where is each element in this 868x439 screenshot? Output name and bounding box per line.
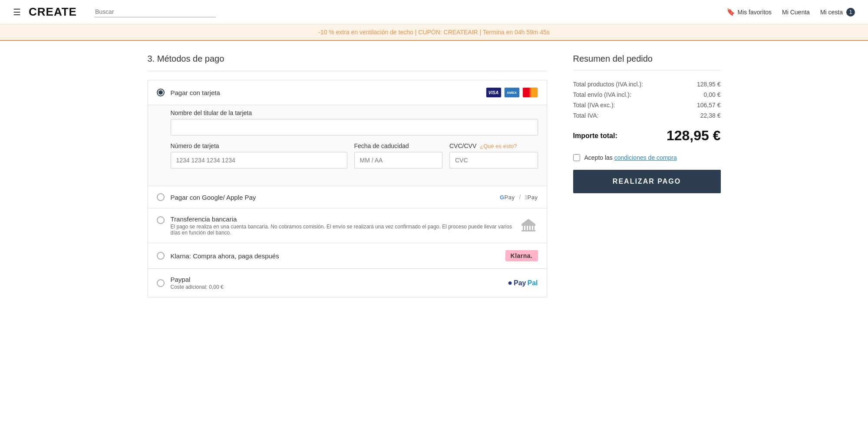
payment-option-card: Pagar con tarjeta VISA AMEX Nombre del t… [148,80,547,186]
payment-section: Pagar con tarjeta VISA AMEX Nombre del t… [148,80,547,297]
klarna-badge: Klarna. [505,250,538,261]
number-label: Número de tarjeta [171,142,347,149]
gpay-option-header[interactable]: Pagar con Google/ Apple Pay GPay / Pay [148,186,547,208]
card-icons: VISA AMEX [486,87,538,98]
paypal-text-pal: Pal [527,279,538,287]
favorites-link[interactable]: 🔖 Mis favoritos [726,8,772,16]
header-nav: 🔖 Mis favoritos Mi Cuenta Mi cesta 1 [726,8,855,17]
klarna-option-header[interactable]: Klarna: Compra ahora, paga después Klarn… [148,243,547,268]
amex-icon: AMEX [504,87,520,98]
payment-option-klarna: Klarna: Compra ahora, paga después Klarn… [148,243,547,269]
svg-rect-4 [531,226,532,230]
payment-option-gpay: Pagar con Google/ Apple Pay GPay / Pay [148,186,547,208]
promo-banner: -10 % extra en ventilación de techo | CU… [0,24,868,41]
expiry-label: Fecha de caducidad [354,142,443,149]
header: ☰ CREATE 🔖 Mis favoritos Mi Cuenta Mi ce… [0,0,868,24]
paypal-text-pay: Pay [514,279,526,287]
card-label: Pagar con tarjeta [171,89,486,96]
summary-value-2: 106,57 € [697,102,721,109]
card-radio[interactable] [157,89,165,96]
summary-value-1: 0,00 € [704,91,721,98]
account-link[interactable]: Mi Cuenta [782,9,810,16]
holder-label: Nombre del titular de la tarjeta [171,109,538,116]
order-divider [573,70,721,70]
card-option-header[interactable]: Pagar con tarjeta VISA AMEX [148,80,547,105]
apay-text: Pay [525,194,538,201]
visa-icon: VISA [486,87,502,98]
accept-terms: Acepto las condiciones de compra [573,154,721,161]
summary-label-2: Total (IVA exc.): [573,102,615,109]
summary-total-row: Importe total: 128,95 € [573,126,721,145]
summary-row-2: Total (IVA exc.): 106,57 € [573,100,721,110]
order-summary-title: Resumen del pedido [573,54,721,64]
holder-group: Nombre del titular de la tarjeta [171,109,538,135]
summary-rows: Total productos (IVA incl.): 128,95 € To… [573,79,721,145]
svg-marker-7 [521,219,535,224]
search-input[interactable] [94,7,216,17]
paypal-logo-area: ● PayPal [508,278,538,287]
terms-checkbox[interactable] [573,154,580,161]
left-column: 3. Métodos de pago Pagar con tarjeta VIS… [148,54,547,297]
gpay-text: GPay [500,194,515,201]
klarna-icon: Klarna. [505,250,538,261]
summary-row-3: Total IVA: 22,38 € [573,110,721,121]
promo-text: -10 % extra en ventilación de techo | CU… [318,29,550,36]
summary-row-0: Total productos (IVA incl.): 128,95 € [573,79,721,89]
card-number-input[interactable] [171,152,347,168]
gpay-radio[interactable] [157,193,165,201]
cvc-input[interactable] [449,152,538,168]
pay-divider: / [519,194,521,201]
bank-label: Transferencia bancaria [171,215,237,223]
card-details-row: Número de tarjeta Fecha de caducidad CVC… [171,142,538,175]
menu-icon[interactable]: ☰ [13,7,21,17]
paypal-description: Coste adicional: 0,00 € [171,284,508,290]
bookmark-icon: 🔖 [726,8,735,16]
payment-option-bank: Transferencia bancaria El pago se realiz… [148,208,547,243]
svg-rect-5 [533,226,535,230]
cvc-label-row: CVC/CVV ¿Qué es esto? [449,142,538,149]
bank-description: El pago se realiza en una cuenta bancari… [171,224,519,236]
checkout-button[interactable]: REALIZAR PAGO [573,170,721,193]
summary-value-0: 128,95 € [697,81,721,88]
total-amount: 128,95 € [667,128,721,144]
svg-rect-2 [525,226,527,230]
klarna-label: Klarna: Compra ahora, paga después [171,252,505,260]
card-form: Nombre del titular de la tarjeta Número … [148,105,547,186]
number-group: Número de tarjeta [171,142,347,168]
logo[interactable]: CREATE [29,5,77,19]
bank-icon [519,215,538,234]
paypal-radio[interactable] [157,279,165,287]
paypal-label: Paypal [171,276,191,283]
expiry-group: Fecha de caducidad [354,142,443,168]
paypal-pp-icon: ● [508,278,512,287]
terms-link[interactable]: condiciones de compra [614,154,677,161]
payment-option-paypal: Paypal Coste adicional: 0,00 € ● PayPal [148,269,547,297]
bank-option-header[interactable]: Transferencia bancaria El pago se realiz… [148,208,547,243]
summary-label-3: Total IVA: [573,112,599,119]
section-divider [148,71,547,71]
search-bar[interactable] [94,7,216,17]
svg-rect-0 [521,224,535,226]
gpay-label: Pagar con Google/ Apple Pay [171,194,500,201]
mastercard-icon [522,87,538,98]
main-layout: 3. Métodos de pago Pagar con tarjeta VIS… [130,41,738,310]
cvc-group: CVC/CVV ¿Qué es esto? [449,142,538,168]
paypal-logo: ● PayPal [508,278,538,287]
cart-link[interactable]: Mi cesta 1 [820,8,855,17]
cart-label: Mi cesta [820,9,843,16]
paypal-info: Paypal Coste adicional: 0,00 € [171,276,508,290]
svg-rect-6 [521,230,535,231]
expiry-input[interactable] [354,152,443,168]
holder-input[interactable] [171,119,538,135]
bank-svg [520,216,537,234]
summary-value-3: 22,38 € [700,112,721,119]
svg-rect-1 [523,226,524,230]
paypal-option-header[interactable]: Paypal Coste adicional: 0,00 € ● PayPal [148,269,547,297]
bank-info: Transferencia bancaria El pago se realiz… [171,215,519,236]
klarna-radio[interactable] [157,252,165,260]
total-label: Importe total: [573,132,617,140]
right-column: Resumen del pedido Total productos (IVA … [573,54,721,297]
account-label: Mi Cuenta [782,9,810,16]
cvc-help-link[interactable]: ¿Qué es esto? [480,143,517,149]
bank-radio[interactable] [157,216,165,224]
